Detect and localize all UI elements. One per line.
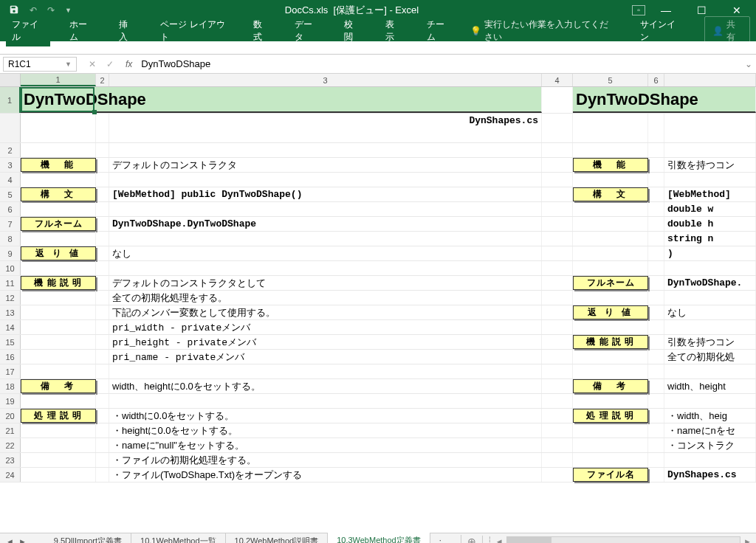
row-header[interactable]: 4 [0, 173, 21, 187]
cell[interactable]: pri_width - privateメンバ [109, 320, 542, 334]
label-remark-r[interactable]: 備 考 [573, 379, 648, 393]
formula-input[interactable] [138, 57, 741, 72]
row-header[interactable]: 1 [0, 87, 21, 113]
chevron-down-icon[interactable]: ▼ [65, 60, 72, 68]
tab-nav-next-icon[interactable]: ► [18, 537, 27, 544]
cell[interactable]: 引数を持つコン [664, 335, 756, 349]
label-fullname-r[interactable]: フルネーム [573, 276, 648, 290]
row-header[interactable]: 5 [0, 187, 21, 201]
fill-handle[interactable] [92, 110, 97, 114]
cell[interactable]: [WebMethod] [664, 187, 756, 201]
cell[interactable]: ・width、heig [664, 409, 756, 423]
row-header[interactable] [0, 114, 21, 142]
hscroll-thumb[interactable] [507, 537, 551, 544]
row-header[interactable]: 23 [0, 453, 21, 467]
tab-nav-prev-icon[interactable]: ◄ [6, 537, 14, 544]
cell[interactable]: 下記のメンバー変数として使用する。 [109, 305, 542, 319]
col-header-6[interactable]: 6 [648, 74, 664, 86]
cell[interactable]: DynTwoDShape.DynTwoDShape [109, 217, 542, 231]
sheet-tab[interactable]: 10.1WebMethod一覧 [131, 533, 226, 543]
tab-insert[interactable]: 挿入 [113, 15, 141, 46]
tab-review[interactable]: 校閲 [338, 15, 366, 46]
qat-dropdown-icon[interactable]: ▼ [65, 7, 72, 14]
row-header[interactable]: 12 [0, 291, 21, 305]
hscroll-separator[interactable]: ┆ [487, 536, 492, 543]
add-sheet-button[interactable]: ⊕ [461, 536, 483, 544]
select-all-corner[interactable] [0, 74, 21, 86]
fx-icon[interactable]: fx [126, 59, 132, 69]
row-header[interactable]: 22 [0, 438, 21, 452]
label-return-r[interactable]: 返 り 値 [573, 305, 648, 319]
cell[interactable]: ・widthに0.0をセットする。 [109, 409, 542, 423]
row-header[interactable]: 13 [0, 305, 21, 319]
signin-button[interactable]: サインイン [640, 18, 681, 44]
cell[interactable]: width、heightに0.0をセットする。 [109, 379, 542, 393]
cell-title-right[interactable]: DynTwoDShape [573, 87, 756, 113]
row-header[interactable]: 15 [0, 335, 21, 349]
sheet-tab-more[interactable]: : … [430, 535, 461, 544]
share-button[interactable]: 👤 共有 [704, 16, 750, 46]
close-button[interactable]: ✕ [722, 4, 752, 16]
ribbon-display-icon[interactable]: ▫ [632, 5, 645, 15]
col-header-3[interactable]: 3 [109, 74, 542, 86]
row-header[interactable]: 16 [0, 350, 21, 364]
row-header[interactable]: 24 [0, 468, 21, 482]
hscroll-right-icon[interactable]: ► [743, 537, 752, 544]
sheet-tab[interactable]: 10.2WebMethod説明書 [226, 533, 329, 543]
cell[interactable]: double w [664, 202, 756, 216]
cell[interactable]: 全ての初期化処 [664, 350, 756, 364]
col-header-2[interactable]: 2 [96, 74, 109, 86]
tab-data[interactable]: データ [289, 15, 325, 46]
tab-team[interactable]: チーム [421, 15, 457, 46]
label-remark[interactable]: 備 考 [21, 379, 96, 393]
row-header[interactable]: 17 [0, 364, 21, 378]
cell[interactable]: [WebMethod] public DynTwoDShape() [109, 187, 542, 201]
row-header[interactable]: 19 [0, 394, 21, 408]
cell[interactable]: pri_name - privateメンバ [109, 350, 542, 364]
accept-formula-icon[interactable]: ✓ [106, 59, 114, 69]
label-funcdesc[interactable]: 機 能 説 明 [21, 276, 96, 290]
row-header[interactable]: 21 [0, 423, 21, 437]
sheet-tab-active[interactable]: 10.3WebMethod定義書 [328, 533, 430, 543]
cell[interactable]: ) [664, 246, 756, 260]
row-header[interactable]: 11 [0, 276, 21, 290]
cell-filename[interactable]: DynShapes.cs [109, 114, 542, 142]
label-func[interactable]: 機 能 [21, 158, 96, 172]
cancel-formula-icon[interactable]: ✕ [89, 59, 96, 69]
cell[interactable]: 全ての初期化処理をする。 [109, 291, 542, 305]
tab-page-layout[interactable]: ページ レイアウト [154, 15, 233, 46]
row-header[interactable]: 7 [0, 217, 21, 231]
cell[interactable]: ・nameにnをセ [664, 423, 756, 437]
cell[interactable]: なし [664, 305, 756, 319]
spreadsheet-grid[interactable]: 1 DynTwoDShape DynTwoDShape DynShapes.cs… [0, 87, 756, 483]
row-header[interactable]: 3 [0, 158, 21, 172]
label-syntax[interactable]: 構 文 [21, 187, 96, 201]
cell[interactable]: ・コンストラク [664, 438, 756, 452]
label-return[interactable]: 返 り 値 [21, 246, 96, 260]
cell[interactable]: デフォルトのコンストラクタ [109, 158, 542, 172]
expand-formula-bar-icon[interactable]: ⌄ [741, 59, 756, 69]
cell[interactable]: ・nameに"null"をセットする。 [109, 438, 542, 452]
row-header[interactable]: 6 [0, 202, 21, 216]
col-header-7[interactable] [664, 74, 756, 86]
tell-me-search[interactable]: 💡 実行したい作業を入力してください [470, 18, 614, 44]
cell[interactable]: pri_height - privateメンバ [109, 335, 542, 349]
cell[interactable]: double h [664, 217, 756, 231]
tab-home[interactable]: ホーム [63, 15, 100, 46]
label-syntax-r[interactable]: 構 文 [573, 187, 648, 201]
label-procdesc-r[interactable]: 処 理 説 明 [573, 409, 648, 423]
cell[interactable]: string n [664, 232, 756, 246]
row-header[interactable]: 18 [0, 379, 21, 393]
save-icon[interactable] [9, 4, 19, 17]
label-file-r[interactable]: ファイル名 [573, 468, 648, 482]
redo-icon[interactable]: ↷ [47, 5, 55, 15]
cell-title-left[interactable]: DynTwoDShape [21, 87, 542, 113]
cell[interactable]: ・ファイル(TwoDShape.Txt)をオープンする [109, 468, 542, 482]
name-box[interactable]: R1C1▼ [3, 57, 77, 72]
maximize-button[interactable]: ☐ [687, 4, 716, 16]
row-header[interactable]: 14 [0, 320, 21, 334]
hscroll-track[interactable] [506, 536, 740, 544]
cell[interactable]: なし [109, 246, 542, 260]
label-funcdesc-r[interactable]: 機 能 説 明 [573, 335, 648, 349]
undo-icon[interactable]: ↶ [30, 5, 37, 15]
